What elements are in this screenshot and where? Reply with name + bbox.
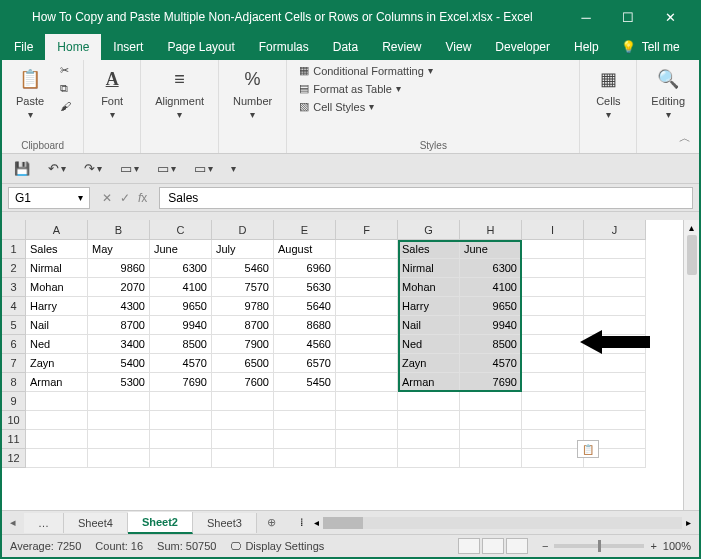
cell-A1[interactable]: Sales (26, 240, 88, 259)
cell-C8[interactable]: 7690 (150, 373, 212, 392)
paste-button[interactable]: 📋 Paste ▾ (10, 63, 50, 122)
alignment-button[interactable]: ≡ Alignment ▾ (149, 63, 210, 122)
cell-F3[interactable] (336, 278, 398, 297)
cell-E8[interactable]: 5450 (274, 373, 336, 392)
cell-J4[interactable] (584, 297, 646, 316)
select-all-corner[interactable] (2, 220, 26, 240)
cell-J3[interactable] (584, 278, 646, 297)
row-header-9[interactable]: 9 (2, 392, 25, 411)
cell-G7[interactable]: Zayn (398, 354, 460, 373)
cell-I1[interactable] (522, 240, 584, 259)
cell-I6[interactable] (522, 335, 584, 354)
cell-C2[interactable]: 6300 (150, 259, 212, 278)
cell-E2[interactable]: 6960 (274, 259, 336, 278)
tab-help[interactable]: Help (562, 34, 611, 60)
cell-D7[interactable]: 6500 (212, 354, 274, 373)
save-button[interactable]: 💾 (10, 159, 34, 178)
tab-developer[interactable]: Developer (483, 34, 562, 60)
fx-icon[interactable]: fx (138, 191, 147, 205)
cell-F1[interactable] (336, 240, 398, 259)
add-sheet-button[interactable]: ⊕ (257, 516, 286, 529)
col-header-A[interactable]: A (26, 220, 88, 239)
row-header-4[interactable]: 4 (2, 297, 25, 316)
cell-A5[interactable]: Nail (26, 316, 88, 335)
qat-button-3[interactable]: ▭▾ (190, 159, 217, 178)
minimize-button[interactable]: ─ (565, 2, 607, 32)
row-header-8[interactable]: 8 (2, 373, 25, 392)
cell-J8[interactable] (584, 373, 646, 392)
cell-I7[interactable] (522, 354, 584, 373)
cell-J9[interactable] (584, 392, 646, 411)
cell-A7[interactable]: Zayn (26, 354, 88, 373)
cell-I9[interactable] (522, 392, 584, 411)
cell-B6[interactable]: 3400 (88, 335, 150, 354)
cell-A10[interactable] (26, 411, 88, 430)
cell-H12[interactable] (460, 449, 522, 468)
cell-C10[interactable] (150, 411, 212, 430)
collapse-ribbon-button[interactable]: ︿ (679, 130, 691, 147)
cell-C6[interactable]: 8500 (150, 335, 212, 354)
copy-button[interactable]: ⧉ (56, 81, 75, 96)
cell-C12[interactable] (150, 449, 212, 468)
tab-formulas[interactable]: Formulas (247, 34, 321, 60)
cell-C5[interactable]: 9940 (150, 316, 212, 335)
tab-insert[interactable]: Insert (101, 34, 155, 60)
cell-styles-button[interactable]: ▧Cell Styles▾ (295, 99, 437, 114)
cell-B8[interactable]: 5300 (88, 373, 150, 392)
maximize-button[interactable]: ☐ (607, 2, 649, 32)
cell-J10[interactable] (584, 411, 646, 430)
cell-G5[interactable]: Nail (398, 316, 460, 335)
name-box[interactable]: G1 ▾ (8, 187, 90, 209)
tab-data[interactable]: Data (321, 34, 370, 60)
cell-F7[interactable] (336, 354, 398, 373)
cancel-icon[interactable]: ✕ (102, 191, 112, 205)
cell-E11[interactable] (274, 430, 336, 449)
row-header-11[interactable]: 11 (2, 430, 25, 449)
cell-D6[interactable]: 7900 (212, 335, 274, 354)
col-header-B[interactable]: B (88, 220, 150, 239)
row-header-7[interactable]: 7 (2, 354, 25, 373)
col-header-D[interactable]: D (212, 220, 274, 239)
display-settings-button[interactable]: 🖵Display Settings (230, 540, 324, 552)
cell-I12[interactable] (522, 449, 584, 468)
cell-H7[interactable]: 4570 (460, 354, 522, 373)
cell-F11[interactable] (336, 430, 398, 449)
cell-H5[interactable]: 9940 (460, 316, 522, 335)
cell-E9[interactable] (274, 392, 336, 411)
cell-D2[interactable]: 5460 (212, 259, 274, 278)
page-break-view-button[interactable] (506, 538, 528, 554)
cell-B5[interactable]: 8700 (88, 316, 150, 335)
tab-file[interactable]: File (2, 34, 45, 60)
cell-A11[interactable] (26, 430, 88, 449)
cell-A2[interactable]: Nirmal (26, 259, 88, 278)
cell-A6[interactable]: Ned (26, 335, 88, 354)
close-button[interactable]: ✕ (649, 2, 691, 32)
cell-G9[interactable] (398, 392, 460, 411)
cell-B7[interactable]: 5400 (88, 354, 150, 373)
cell-D5[interactable]: 8700 (212, 316, 274, 335)
cell-G12[interactable] (398, 449, 460, 468)
row-header-3[interactable]: 3 (2, 278, 25, 297)
sheet-tab-more[interactable]: … (24, 513, 64, 533)
cut-button[interactable]: ✂ (56, 63, 75, 78)
zoom-out-button[interactable]: − (542, 540, 548, 552)
cell-F9[interactable] (336, 392, 398, 411)
cell-C3[interactable]: 4100 (150, 278, 212, 297)
cell-H1[interactable]: June (460, 240, 522, 259)
cell-B2[interactable]: 9860 (88, 259, 150, 278)
cell-C7[interactable]: 4570 (150, 354, 212, 373)
vertical-scrollbar[interactable]: ▴ (683, 220, 699, 510)
cell-B1[interactable]: May (88, 240, 150, 259)
cell-E6[interactable]: 4560 (274, 335, 336, 354)
cell-B11[interactable] (88, 430, 150, 449)
tab-review[interactable]: Review (370, 34, 433, 60)
normal-view-button[interactable] (458, 538, 480, 554)
col-header-F[interactable]: F (336, 220, 398, 239)
sheet-tab-sheet4[interactable]: Sheet4 (64, 513, 128, 533)
enter-icon[interactable]: ✓ (120, 191, 130, 205)
cell-H3[interactable]: 4100 (460, 278, 522, 297)
tab-page-layout[interactable]: Page Layout (155, 34, 246, 60)
cell-H9[interactable] (460, 392, 522, 411)
col-header-E[interactable]: E (274, 220, 336, 239)
cell-D11[interactable] (212, 430, 274, 449)
